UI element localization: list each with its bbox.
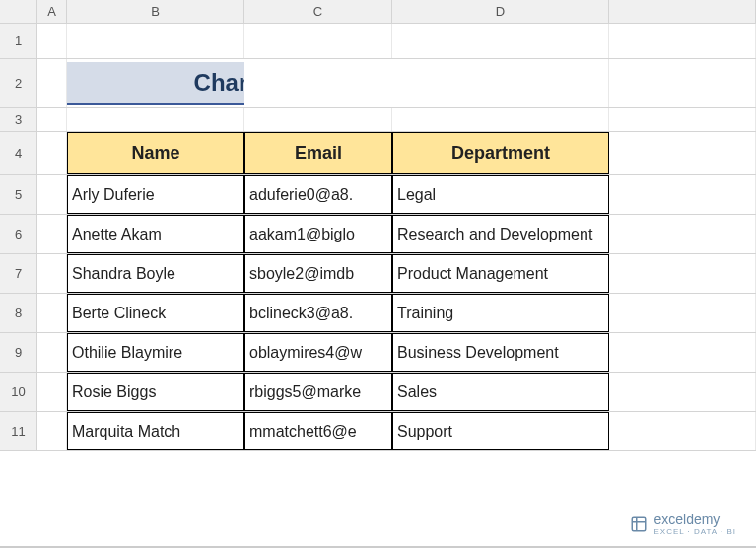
cell-a7[interactable] [37,254,67,293]
cell-a6[interactable] [37,215,67,253]
cell-e3[interactable] [609,108,756,131]
row-header-5[interactable]: 5 [0,175,37,214]
row-header-1[interactable]: 1 [0,24,37,58]
cell-email[interactable]: aakam1@biglo [244,215,392,253]
exceldemy-icon [630,515,648,533]
svg-rect-0 [633,517,647,531]
cell-department[interactable]: Product Management [392,254,609,293]
select-all-corner[interactable] [0,0,37,23]
cell-name[interactable]: Arly Duferie [67,175,244,214]
header-name[interactable]: Name [67,132,244,174]
row-10: 10 Rosie Biggs rbiggs5@marke Sales [0,373,756,412]
cell-d2[interactable] [392,59,609,107]
row-7: 7 Shandra Boyle sboyle2@imdb Product Man… [0,254,756,294]
cell-e7[interactable] [609,254,756,293]
watermark-sub: EXCEL · DATA · BI [653,527,736,536]
row-header-4[interactable]: 4 [0,132,37,174]
row-11: 11 Marquita Match mmatchett6@e Support [0,412,756,451]
watermark: exceldemy EXCEL · DATA · BI [630,512,736,536]
cell-e10[interactable] [609,373,756,411]
row-header-8[interactable]: 8 [0,294,37,332]
cell-e2[interactable] [609,59,756,107]
row-6: 6 Anette Akam aakam1@biglo Research and … [0,215,756,254]
row-header-7[interactable]: 7 [0,254,37,293]
cell-b2[interactable]: Change Cell Size in Excel [67,59,244,107]
column-header-b[interactable]: B [67,0,244,23]
page-title: Change Cell Size in Excel [67,62,244,105]
header-department[interactable]: Department [392,132,609,174]
cell-a10[interactable] [37,373,67,411]
cell-department[interactable]: Sales [392,373,609,411]
spreadsheet-grid: A B C D 1 2 Change Cell Size in Excel 3 … [0,0,756,548]
cell-d1[interactable] [392,24,609,58]
row-1: 1 [0,24,756,59]
cell-b1[interactable] [67,24,244,58]
cell-c1[interactable] [244,24,392,58]
cell-department[interactable]: Training [392,294,609,332]
cell-department[interactable]: Business Development [392,333,609,372]
cell-a3[interactable] [37,108,67,131]
row-header-6[interactable]: 6 [0,215,37,253]
cell-d3[interactable] [392,108,609,131]
column-headers: A B C D [0,0,756,24]
cell-e6[interactable] [609,215,756,253]
cell-name[interactable]: Shandra Boyle [67,254,244,293]
watermark-text: exceldemy [653,512,720,527]
row-5: 5 Arly Duferie aduferie0@a8. Legal [0,175,756,215]
cell-email[interactable]: aduferie0@a8. [244,175,392,214]
cell-e11[interactable] [609,412,756,450]
cell-email[interactable]: mmatchett6@e [244,412,392,450]
cell-a9[interactable] [37,333,67,372]
column-header-e[interactable] [609,0,756,23]
cell-name[interactable]: Anette Akam [67,215,244,253]
cell-e4[interactable] [609,132,756,174]
column-header-a[interactable]: A [37,0,67,23]
row-header-11[interactable]: 11 [0,412,37,450]
cell-a5[interactable] [37,175,67,214]
row-2: 2 Change Cell Size in Excel [0,59,756,108]
row-9: 9 Othilie Blaymire oblaymires4@w Busines… [0,333,756,373]
cell-a11[interactable] [37,412,67,450]
cell-email[interactable]: sboyle2@imdb [244,254,392,293]
cell-a2[interactable] [37,59,67,107]
cell-e1[interactable] [609,24,756,58]
row-header-10[interactable]: 10 [0,373,37,411]
cell-name[interactable]: Rosie Biggs [67,373,244,411]
row-4: 4 Name Email Department [0,132,756,175]
row-3: 3 [0,108,756,132]
column-header-c[interactable]: C [244,0,392,23]
cell-c3[interactable] [244,108,392,131]
cell-a8[interactable] [37,294,67,332]
cell-b3[interactable] [67,108,244,131]
row-header-2[interactable]: 2 [0,59,37,107]
cell-department[interactable]: Support [392,412,609,450]
cell-name[interactable]: Othilie Blaymire [67,333,244,372]
column-header-d[interactable]: D [392,0,609,23]
cell-email[interactable]: bclineck3@a8. [244,294,392,332]
row-header-9[interactable]: 9 [0,333,37,372]
cell-department[interactable]: Legal [392,175,609,214]
cell-a4[interactable] [37,132,67,174]
row-8: 8 Berte Clineck bclineck3@a8. Training [0,294,756,333]
cell-name[interactable]: Berte Clineck [67,294,244,332]
cell-name[interactable]: Marquita Match [67,412,244,450]
cell-e8[interactable] [609,294,756,332]
cell-email[interactable]: rbiggs5@marke [244,373,392,411]
row-header-3[interactable]: 3 [0,108,37,131]
cell-department[interactable]: Research and Development [392,215,609,253]
cell-e9[interactable] [609,333,756,372]
cell-a1[interactable] [37,24,67,58]
header-email[interactable]: Email [244,132,392,174]
cell-email[interactable]: oblaymires4@w [244,333,392,372]
cell-c2[interactable] [244,59,392,107]
cell-e5[interactable] [609,175,756,214]
